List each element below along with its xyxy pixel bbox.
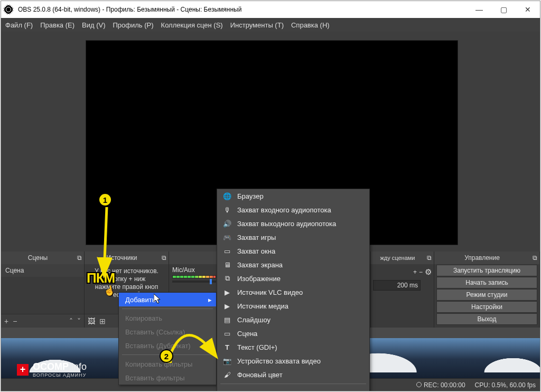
scene-down-button[interactable]: ˅ [77, 317, 81, 325]
sources-title: Источники [85, 254, 159, 262]
obs-logo-icon [1, 2, 16, 17]
menu-tools[interactable]: Инструменты (T) [230, 21, 284, 29]
menu-file[interactable]: Файл (F) [5, 21, 33, 29]
svg-marker-0 [154, 294, 160, 303]
image-props-icon[interactable]: 🖼 [88, 317, 95, 325]
settings-button[interactable]: Настройки [436, 301, 537, 313]
monitor-icon: 🖥 [222, 261, 232, 269]
source-vlc[interactable]: ▶Источник VLC видео [217, 285, 369, 299]
ocomp-logo: + OCOMP.info ВОПРОСЫ АДМИНУ [17, 361, 87, 378]
hand-cursor-icon: ☝ [102, 284, 116, 297]
source-slideshow[interactable]: ▤Слайдшоу [217, 313, 369, 326]
image-icon: ⧉ [222, 274, 232, 283]
mixer-channel: Mic/Aux [169, 264, 219, 285]
cpu-status: CPU: 0.5%, 60.00 fps [475, 381, 536, 389]
context-menu-sources: Добавить▸ Копировать Вставить (Ссылка) В… [118, 292, 217, 385]
play-icon: ▶ [222, 288, 232, 296]
menu-item-paste-ref[interactable]: Вставить (Ссылка) [119, 325, 216, 339]
menu-item-paste-filters[interactable]: Вставить фильтры [119, 371, 216, 385]
scene-icon: ▭ [222, 330, 232, 338]
application-window: OBS 25.0.8 (64-bit, windows) - Профиль: … [1, 1, 540, 391]
mic-icon: 🎙 [222, 206, 232, 214]
channel-name: Mic/Aux [172, 266, 216, 274]
gamepad-icon: 🎮 [222, 234, 232, 241]
globe-icon: 🌐 [222, 192, 232, 200]
close-button[interactable]: ✕ [516, 1, 540, 18]
rec-status: REC: 00:00:00 [416, 381, 465, 389]
remove-transition-button[interactable]: − [419, 268, 423, 276]
scene-item[interactable]: Сцена [1, 264, 84, 277]
source-audio-in[interactable]: 🎙Захват входного аудиопотока [217, 203, 369, 217]
titlebar: OBS 25.0.8 (64-bit, windows) - Профиль: … [1, 1, 540, 18]
source-video-capture-device[interactable]: 📷Устройство захвата видео [217, 354, 369, 368]
add-scene-button[interactable]: + [4, 317, 8, 325]
exit-button[interactable]: Выход [436, 313, 537, 325]
source-audio-out[interactable]: 🔊Захват выходного аудиопотока [217, 217, 369, 230]
source-text-gdi[interactable]: TТекст (GDI+) [217, 340, 369, 354]
source-game-capture[interactable]: 🎮Захват игры [217, 230, 369, 244]
window-title: OBS 25.0.8 (64-bit, windows) - Профиль: … [16, 6, 467, 13]
dock-grip-icon[interactable]: ⧉ [74, 254, 84, 262]
remove-scene-button[interactable]: − [13, 317, 17, 325]
scenes-title: Сцены [1, 254, 74, 262]
minimize-button[interactable]: — [467, 1, 491, 18]
group-icon: ▣ [222, 389, 232, 392]
rec-dot-icon [416, 382, 422, 387]
menu-edit[interactable]: Правка (E) [40, 21, 74, 29]
scene-up-button[interactable]: ˄ [69, 317, 73, 325]
annotation-marker-2: 2 [160, 349, 173, 363]
window-icon: ▭ [222, 247, 232, 255]
camera-icon: 📷 [222, 357, 232, 365]
dock-grip-icon[interactable]: ⧉ [424, 254, 434, 262]
source-group[interactable]: ▣Группа [217, 386, 369, 391]
pointer-cursor-icon [154, 294, 162, 306]
transitions-title: жду сценами [371, 255, 424, 261]
menu-scene-collection[interactable]: Коллекция сцен (S) [161, 21, 223, 29]
menu-profile[interactable]: Профиль (P) [113, 21, 154, 29]
start-streaming-button[interactable]: Запустить трансляцию [436, 265, 537, 276]
controls-title: Управление [434, 254, 530, 262]
scenes-dock: Сцены⧉ Сцена + − ˄ ˅ [1, 251, 85, 328]
menu-help[interactable]: Справка (H) [291, 21, 330, 29]
slideshow-icon: ▤ [222, 316, 232, 324]
source-image[interactable]: ⧉Изображение [217, 272, 369, 285]
source-color[interactable]: 🖌Фоновый цвет [217, 368, 369, 381]
start-recording-button[interactable]: Начать запись [436, 277, 537, 288]
speaker-icon: 🔊 [222, 220, 232, 228]
menu-view[interactable]: Вид (V) [82, 21, 105, 29]
maximize-button[interactable]: ▢ [491, 1, 516, 18]
filters-icon[interactable]: ⊞ [99, 317, 106, 325]
source-scene[interactable]: ▭Сцена [217, 326, 369, 340]
menu-item-add[interactable]: Добавить▸ [119, 293, 216, 306]
play-icon: ▶ [222, 302, 232, 310]
context-menu-add-source: 🌐Браузер 🎙Захват входного аудиопотока 🔊З… [217, 189, 370, 391]
vu-meter [172, 275, 216, 278]
source-media[interactable]: ▶Источник медиа [217, 299, 369, 313]
studio-mode-button[interactable]: Режим студии [436, 289, 537, 301]
source-display-capture[interactable]: 🖥Захват экрана [217, 258, 369, 272]
menubar: Файл (F) Правка (E) Вид (V) Профиль (P) … [1, 18, 540, 32]
transitions-dock: жду сценами⧉ + − ⚙ 200 ms [371, 251, 434, 328]
volume-slider[interactable] [172, 281, 216, 283]
brush-icon: 🖌 [222, 371, 232, 379]
chevron-right-icon: ▸ [208, 296, 212, 304]
source-browser[interactable]: 🌐Браузер [217, 189, 369, 203]
text-icon: T [222, 343, 232, 351]
swiss-plus-icon: + [17, 364, 29, 376]
source-window-capture[interactable]: ▭Захват окна [217, 244, 369, 258]
dock-grip-icon[interactable]: ⧉ [530, 254, 539, 262]
menu-item-copy[interactable]: Копировать [119, 311, 216, 325]
dock-grip-icon[interactable]: ⧉ [159, 254, 169, 262]
add-transition-button[interactable]: + [413, 268, 417, 276]
transition-settings-icon[interactable]: ⚙ [425, 267, 432, 277]
annotation-marker-1: 1 [98, 193, 112, 207]
transition-duration-input[interactable]: 200 ms [373, 280, 421, 291]
scenes-toolbar: + − ˄ ˅ [1, 314, 84, 328]
controls-dock: Управление⧉ Запустить трансляцию Начать … [434, 251, 540, 328]
